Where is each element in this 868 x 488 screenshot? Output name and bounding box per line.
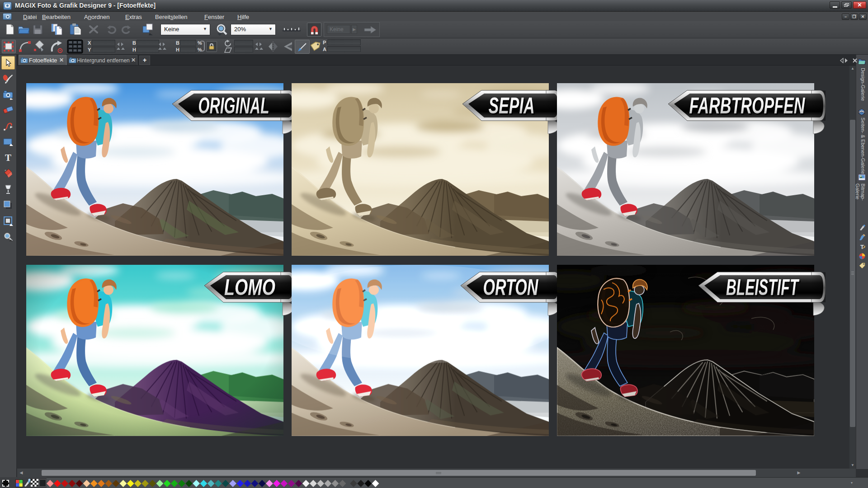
svg-text:ORIGINAL: ORIGINAL: [198, 93, 269, 118]
svg-text:T: T: [860, 244, 864, 250]
svg-text:BLEISTIFT: BLEISTIFT: [726, 275, 800, 300]
svg-text:FARBTROPFEN: FARBTROPFEN: [689, 93, 806, 118]
svg-text:SEPIA: SEPIA: [489, 93, 535, 118]
svg-text:LOMO: LOMO: [224, 275, 275, 300]
svg-text:ORTON: ORTON: [483, 275, 539, 300]
